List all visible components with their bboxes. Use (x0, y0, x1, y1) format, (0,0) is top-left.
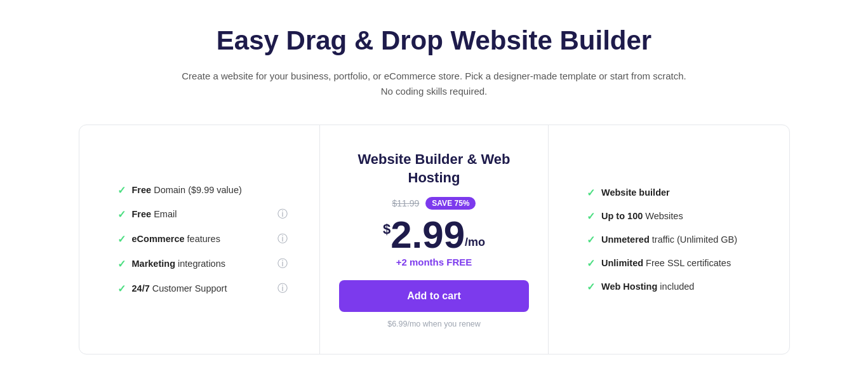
feature-free-domain: ✓ Free Domain ($9.99 value) (117, 184, 288, 196)
add-to-cart-button[interactable]: Add to cart (339, 280, 529, 312)
check-icon: ✓ (117, 208, 126, 220)
card-left: ✓ Free Domain ($9.99 value) ✓ Free Email… (79, 125, 321, 354)
feature-ecommerce: ✓ eCommerce features ⓘ (117, 233, 288, 246)
price-number: 2.99 (391, 216, 465, 254)
feature-bold: Free (132, 185, 152, 195)
feature-ssl: ✓ Unlimited Free SSL certificates (587, 257, 758, 269)
feature-free-email: ✓ Free Email ⓘ (117, 208, 288, 221)
card-center: Website Builder & Web Hosting $11.99 SAV… (320, 125, 549, 354)
feature-unmetered: ✓ Unmetered traffic (Unlimited GB) (587, 234, 758, 246)
check-icon: ✓ (587, 234, 595, 246)
original-price: $11.99 (392, 198, 420, 208)
price-display: $ 2.99 /mo (383, 216, 485, 254)
check-icon: ✓ (587, 187, 595, 199)
feature-bold: Free (132, 209, 152, 219)
check-icon: ✓ (117, 184, 126, 196)
page-title: Easy Drag & Drop Website Builder (217, 25, 651, 56)
check-icon: ✓ (117, 233, 126, 245)
feature-website-builder: ✓ Website builder (587, 187, 758, 199)
price-row: $11.99 SAVE 75% (392, 197, 476, 210)
feature-bold: Up to 100 (601, 211, 643, 221)
feature-bold: Marketing (132, 259, 176, 269)
check-icon: ✓ (117, 258, 126, 270)
check-icon: ✓ (587, 210, 595, 222)
feature-bold: Website builder (601, 187, 670, 198)
save-badge: SAVE 75% (425, 197, 476, 210)
help-icon[interactable]: ⓘ (277, 282, 288, 295)
help-icon[interactable]: ⓘ (277, 257, 288, 271)
check-icon: ✓ (117, 283, 126, 295)
help-icon[interactable]: ⓘ (277, 208, 288, 221)
check-icon: ✓ (587, 281, 595, 293)
feature-bold: Unmetered (601, 234, 650, 245)
price-per-month: /mo (465, 236, 485, 249)
feature-support: ✓ 24/7 Customer Support ⓘ (117, 282, 288, 295)
card-right: ✓ Website builder ✓ Up to 100 Websites ✓… (549, 125, 789, 354)
feature-bold: 24/7 (132, 283, 150, 294)
feature-marketing: ✓ Marketing integrations ⓘ (117, 257, 288, 271)
pricing-card: ✓ Free Domain ($9.99 value) ✓ Free Email… (79, 125, 790, 355)
feature-web-hosting: ✓ Web Hosting included (587, 281, 758, 293)
help-icon[interactable]: ⓘ (277, 233, 288, 246)
free-months-label: +2 months FREE (396, 257, 472, 267)
renew-text: $6.99/mo when you renew (387, 320, 481, 328)
feature-bold: Web Hosting (601, 281, 657, 292)
page-subtitle: Create a website for your business, port… (180, 69, 688, 99)
feature-up-to-100: ✓ Up to 100 Websites (587, 210, 758, 222)
plan-title: Website Builder & Web Hosting (339, 151, 529, 187)
feature-bold: eCommerce (132, 234, 185, 244)
dollar-sign: $ (383, 221, 391, 238)
feature-bold: Unlimited (601, 258, 643, 268)
check-icon: ✓ (587, 257, 595, 269)
